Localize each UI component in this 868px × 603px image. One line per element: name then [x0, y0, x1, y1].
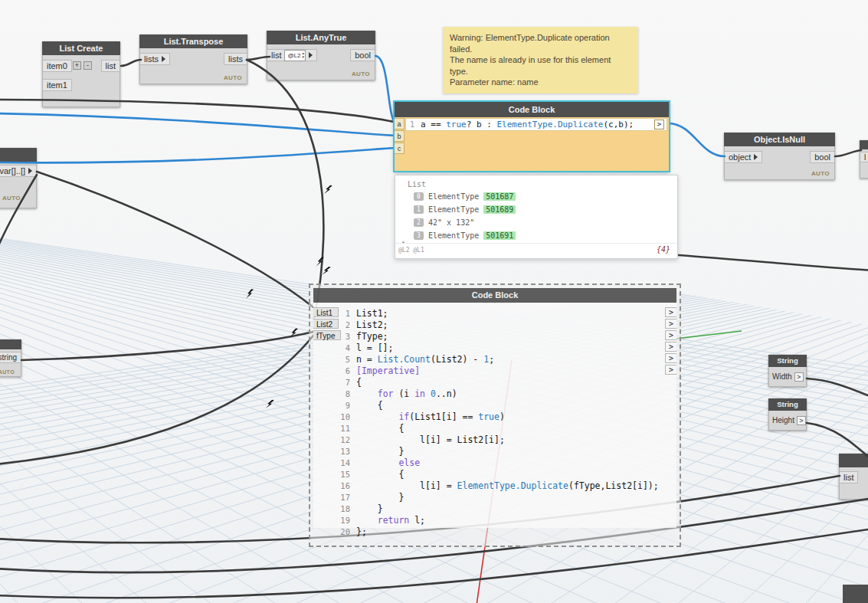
output-port-bool[interactable]: bool [810, 151, 834, 163]
wire-8[interactable] [37, 172, 313, 307]
partial-node-corner[interactable] [843, 585, 868, 603]
remove-input-button[interactable]: - [84, 61, 92, 70]
wire-13[interactable] [679, 255, 868, 270]
node-title[interactable]: String [768, 355, 807, 367]
node-title[interactable]: List Create [42, 41, 120, 55]
wire-4[interactable] [375, 56, 395, 123]
wire-6[interactable] [0, 148, 395, 162]
node-title[interactable]: String [768, 398, 807, 411]
code-line: 4l = []; [313, 342, 676, 353]
code-token: (fType,List2[i]); [568, 480, 659, 491]
node-title[interactable] [0, 339, 21, 349]
input-port-item0[interactable]: item0 [43, 60, 72, 72]
node-body[interactable]: abc 1 a == true? b : ElementType.Duplica… [395, 117, 669, 171]
wire-5[interactable] [0, 113, 395, 136]
node-string-height[interactable]: String Height > [768, 398, 807, 431]
output-port-4[interactable]: > [665, 342, 676, 352]
lacing-label[interactable]: AUTO [0, 369, 15, 375]
node-title[interactable] [839, 454, 868, 467]
wire-7[interactable] [247, 60, 323, 319]
wire-10[interactable] [0, 336, 313, 464]
node-list-create[interactable]: List Create item0 + - list item1 [42, 41, 120, 107]
port-label: Width [772, 372, 792, 381]
lacing-label[interactable]: AUTO [224, 74, 242, 81]
port-label: string [0, 353, 17, 362]
input-port[interactable]: l [860, 152, 868, 162]
code-token: } [356, 503, 383, 514]
output-port[interactable]: > [654, 120, 664, 129]
input-port-List2[interactable]: List2 [313, 319, 339, 329]
input-port-list[interactable]: list @L2 ▴▾ [267, 49, 317, 61]
output-port-bool[interactable]: bool [350, 49, 375, 61]
line-number: 9 [313, 401, 356, 410]
output-port[interactable]: > [797, 416, 806, 425]
input-port-a[interactable]: a [395, 118, 405, 129]
code-token: { [356, 377, 362, 388]
node-body[interactable]: 1List1;2List2;3fType;4l = [];5n = List.C… [313, 303, 676, 528]
wire-9[interactable] [21, 332, 313, 360]
node-title[interactable]: Code Block [395, 102, 669, 117]
code-line[interactable]: 1 a == true? b : ElementType.Duplicate(c… [405, 118, 667, 131]
output-ports: >>>>>> [665, 307, 676, 376]
output-port-2[interactable]: > [665, 319, 676, 329]
node-body: l [860, 149, 868, 179]
node-title[interactable] [0, 148, 37, 162]
node-list-transpose[interactable]: List.Transpose lists lists AUTO [139, 34, 247, 84]
output-port-1[interactable]: > [665, 307, 676, 317]
lacing-label[interactable]: AUTO [811, 170, 830, 177]
code-line: 5n = List.Count(List2) - 1; [313, 353, 676, 365]
node-title[interactable] [860, 140, 868, 149]
node-title[interactable]: List.Transpose [139, 34, 247, 48]
wire-12[interactable] [669, 123, 725, 156]
code-text: { [356, 469, 404, 480]
output-port[interactable]: > [794, 372, 804, 382]
node-title[interactable]: Code Block [313, 288, 676, 303]
node-body: Width > [768, 367, 807, 387]
input-port-List1[interactable]: List1 [313, 307, 339, 317]
level-selector[interactable]: @L2 ▴▾ [284, 50, 306, 61]
lacing-label[interactable]: AUTO [352, 70, 370, 77]
code-editor[interactable]: 1List1;2List2;3fType;4l = [];5n = List.C… [313, 307, 676, 537]
output-port-5[interactable]: > [665, 353, 676, 363]
partial-node-var[interactable]: var[]..[] AUTO [0, 148, 37, 208]
lightning-bolt-icon [290, 328, 298, 339]
output-port-var[interactable]: var[]..[] [0, 165, 36, 177]
partial-node-right-top[interactable]: l [860, 140, 868, 179]
output-port-string[interactable]: string [0, 352, 21, 363]
output-port-list[interactable]: list [101, 60, 120, 72]
output-port-3[interactable]: > [665, 330, 676, 340]
add-input-button[interactable]: + [73, 61, 81, 70]
partial-node-string[interactable]: string AUTO [0, 339, 21, 377]
code-token: ; [489, 354, 494, 365]
node-title[interactable]: List.AnyTrue [267, 31, 375, 44]
input-port-list[interactable]: list [840, 471, 858, 483]
lightning-bolt-icon [322, 265, 331, 277]
input-port-b[interactable]: b [395, 130, 405, 142]
node-code-block-big[interactable]: Code Block 1List1;2List2;3fType;4l = [];… [309, 283, 681, 547]
preview-list: 0ElementType5016871ElementType501689242"… [414, 190, 671, 242]
node-title[interactable]: Object.IsNull [724, 133, 835, 146]
wire-2[interactable] [121, 60, 141, 66]
code-text: return l; [356, 515, 425, 526]
wire-15[interactable] [807, 379, 868, 398]
lacing-label[interactable]: AUTO [2, 195, 21, 202]
node-object-isnull[interactable]: Object.IsNull object bool AUTO [724, 133, 835, 180]
input-port-fType[interactable]: fType [313, 330, 341, 340]
line-number: 14 [313, 458, 356, 467]
node-body: list @L2 ▴▾ bool AUTO [267, 44, 375, 80]
output-port-6[interactable]: > [665, 365, 676, 375]
input-port-object[interactable]: object [725, 151, 762, 163]
code-token: ) [500, 411, 505, 422]
partial-node-list[interactable]: list [839, 454, 868, 500]
warning-tooltip: Warning: ElementType.Duplicate operation… [443, 27, 638, 93]
input-port-item1[interactable]: item1 [43, 79, 72, 91]
node-list-anytrue[interactable]: List.AnyTrue list @L2 ▴▾ bool AUTO [267, 31, 375, 80]
lightning-bolt-icon [316, 257, 324, 267]
input-port-c[interactable]: c [395, 143, 405, 154]
wire-14[interactable] [835, 150, 861, 156]
spinner-arrows-icon[interactable]: ▴▾ [302, 51, 304, 59]
input-port-lists[interactable]: lists [140, 53, 170, 65]
node-code-block-small[interactable]: Code Block abc 1 a == true? b : ElementT… [395, 102, 669, 171]
node-string-width[interactable]: String Width > [768, 355, 807, 387]
output-port-lists[interactable]: lists [224, 53, 247, 65]
